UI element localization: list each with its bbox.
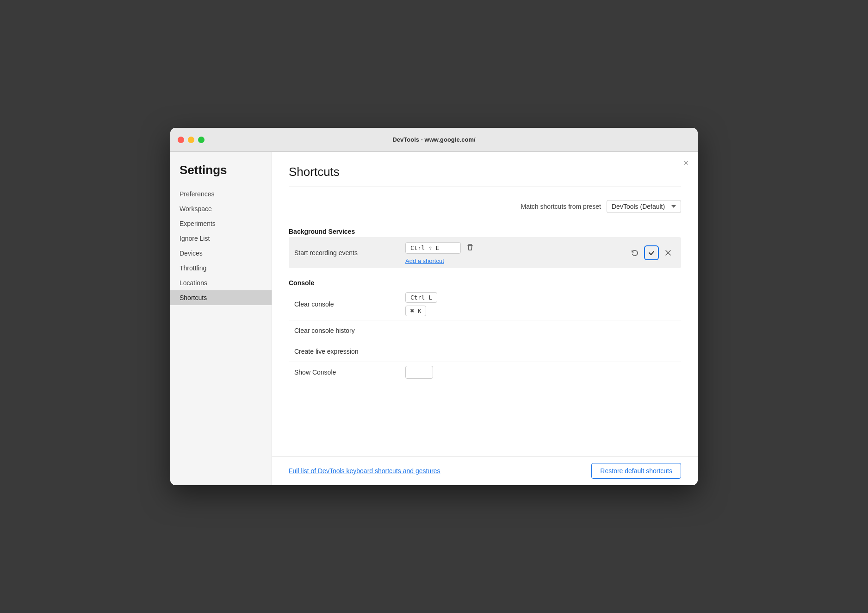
- key-badge-ctrl-shift-e[interactable]: Ctrl ⇧ E: [405, 242, 461, 254]
- sidebar-item-devices[interactable]: Devices: [170, 246, 272, 261]
- add-shortcut-button[interactable]: Add a shortcut: [405, 257, 444, 264]
- titlebar-buttons: [178, 137, 205, 143]
- table-row: Create live expression: [289, 341, 681, 362]
- sidebar-item-locations[interactable]: Locations: [170, 275, 272, 290]
- key-badge-ctrl-l: Ctrl L: [405, 292, 437, 303]
- clear-console-label: Clear console: [294, 300, 405, 308]
- maximize-button[interactable]: [198, 137, 205, 143]
- sidebar-item-preferences[interactable]: Preferences: [170, 187, 272, 201]
- clear-console-keys: Ctrl L ⌘ K: [405, 292, 676, 316]
- sidebar-heading: Settings: [170, 163, 272, 187]
- show-console-row: Show Console: [289, 362, 681, 382]
- title-divider: [289, 187, 681, 187]
- restore-defaults-button[interactable]: Restore default shortcuts: [591, 463, 681, 479]
- main-panel: × Shortcuts Match shortcuts from preset …: [272, 152, 698, 485]
- sidebar-item-ignore-list[interactable]: Ignore List: [170, 231, 272, 246]
- create-live-expression-row: Create live expression: [289, 341, 681, 362]
- console-heading: Console: [289, 279, 681, 287]
- key-row-0: Ctrl ⇧ E: [405, 241, 627, 255]
- show-console-keys: [405, 366, 676, 379]
- key-row-ctrl-l: Ctrl L: [405, 292, 676, 303]
- window-title: DevTools - www.google.com/: [392, 136, 475, 143]
- create-live-expression-label: Create live expression: [294, 348, 405, 355]
- sidebar-item-throttling[interactable]: Throttling: [170, 261, 272, 275]
- background-services-section: Background Services Start recording even…: [289, 228, 681, 268]
- preset-row: Match shortcuts from preset DevTools (De…: [289, 200, 681, 213]
- delete-key-button[interactable]: [465, 241, 476, 255]
- clear-console-row: Clear console Ctrl L ⌘ K: [289, 288, 681, 320]
- preset-label: Match shortcuts from preset: [521, 203, 601, 210]
- confirm-button[interactable]: [644, 245, 659, 260]
- close-button[interactable]: [178, 137, 184, 143]
- table-row: Show Console: [289, 362, 681, 382]
- start-recording-row: Start recording events Ctrl ⇧ E: [289, 237, 681, 268]
- preset-select[interactable]: DevTools (Default) Visual Studio Code: [607, 200, 681, 213]
- sidebar-item-experiments[interactable]: Experiments: [170, 216, 272, 231]
- devtools-window: DevTools - www.google.com/ Settings Pref…: [170, 128, 698, 485]
- page-title: Shortcuts: [289, 165, 681, 179]
- cancel-edit-button[interactable]: [661, 245, 676, 260]
- panel-close-button[interactable]: ×: [683, 158, 688, 168]
- key-row-show-console: [405, 366, 676, 379]
- console-section: Console Clear console Ctrl L ⌘ K: [289, 279, 681, 382]
- sidebar: Settings Preferences Workspace Experimen…: [170, 152, 272, 485]
- key-badge-cmd-k: ⌘ K: [405, 306, 426, 316]
- titlebar: DevTools - www.google.com/: [170, 128, 698, 152]
- sidebar-item-workspace[interactable]: Workspace: [170, 201, 272, 216]
- edit-action-buttons: [627, 245, 676, 260]
- full-list-link[interactable]: Full list of DevTools keyboard shortcuts…: [289, 467, 440, 475]
- table-row: Start recording events Ctrl ⇧ E: [289, 237, 681, 268]
- key-badge-show-console: [405, 366, 433, 379]
- background-services-heading: Background Services: [289, 228, 681, 235]
- start-recording-keys: Ctrl ⇧ E Add a shortcut: [405, 241, 627, 264]
- bottom-bar: Full list of DevTools keyboard shortcuts…: [272, 456, 698, 485]
- key-row-cmd-k: ⌘ K: [405, 306, 676, 316]
- clear-console-history-label: Clear console history: [294, 327, 405, 334]
- table-row: Clear console history: [289, 320, 681, 341]
- clear-console-history-row: Clear console history: [289, 320, 681, 341]
- table-row: Clear console Ctrl L ⌘ K: [289, 288, 681, 320]
- minimize-button[interactable]: [188, 137, 194, 143]
- add-shortcut-row: Add a shortcut: [405, 257, 627, 264]
- undo-button[interactable]: [627, 245, 642, 260]
- show-console-label: Show Console: [294, 369, 405, 376]
- sidebar-item-shortcuts[interactable]: Shortcuts: [170, 290, 272, 305]
- start-recording-label: Start recording events: [294, 249, 405, 256]
- content-area: Settings Preferences Workspace Experimen…: [170, 152, 698, 485]
